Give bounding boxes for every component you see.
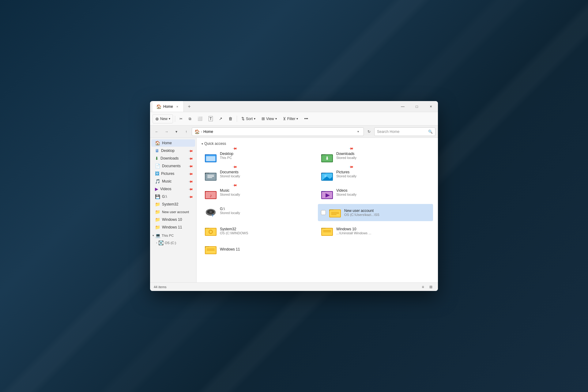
sidebar-os-c-section[interactable]: › 💽 OS (C:) (150, 239, 196, 246)
sidebar-item-downloads[interactable]: ⬇ Downloads 📌 (151, 155, 195, 162)
paste-button[interactable]: ⬜ (195, 114, 205, 123)
system32-folder-icon (205, 225, 217, 237)
sidebar-downloads-label: Downloads (160, 156, 179, 160)
new-icon: ⊕ (155, 116, 159, 121)
pictures-file-desc: Stored locally (336, 174, 430, 178)
desktop-icon: 🖥 (155, 148, 159, 153)
cut-button[interactable]: ✂ (177, 114, 185, 123)
maximize-button[interactable]: □ (410, 101, 424, 112)
sidebar-item-music[interactable]: 🎵 Music 📌 (151, 178, 195, 185)
svg-rect-52 (207, 250, 215, 251)
view-label: View (266, 117, 274, 121)
svg-text:♪: ♪ (209, 193, 212, 198)
grid-view-button[interactable]: ⊞ (428, 284, 434, 290)
videos-folder-icon (321, 188, 333, 200)
new-button[interactable]: ⊕ New ▾ (153, 114, 173, 123)
sidebar-videos-label: Videos (160, 187, 171, 191)
delete-button[interactable]: 🗑 (226, 114, 235, 123)
file-explorer-window: 🏠 Home × + — □ × ⊕ New ▾ ✂ ⧉ ⬜ T (150, 101, 438, 291)
home-tab[interactable]: 🏠 Home × (153, 101, 184, 112)
sort-button[interactable]: ⇅ Sort ▾ (239, 114, 258, 123)
file-item-documents[interactable]: Documents Stored locally 📌 (202, 167, 317, 184)
share-button[interactable]: ↗ (217, 114, 225, 123)
filter-chevron: ▾ (296, 117, 298, 120)
copy-icon: ⧉ (189, 117, 191, 121)
refresh-button[interactable]: ↻ (365, 128, 373, 136)
downloads-file-info: Downloads Stored locally 📌 (336, 152, 430, 164)
sidebar-item-system32[interactable]: 📁 System32 (151, 201, 195, 208)
copy-button[interactable]: ⧉ (186, 114, 194, 123)
recent-icon: ▾ (175, 130, 177, 134)
svg-rect-12 (207, 176, 214, 177)
downloads-icon: ⬇ (155, 156, 159, 161)
close-button[interactable]: × (424, 101, 438, 112)
path-home-icon: 🏠 (194, 129, 200, 134)
view-icon: ⊞ (262, 116, 265, 121)
newuser-file-info: New user account OS (C:\Users\kazi...\SS (344, 209, 430, 217)
back-button[interactable]: ← (153, 127, 161, 136)
sidebar-item-documents[interactable]: 📄 Documents 📌 (151, 162, 195, 170)
sidebar-item-desktop[interactable]: 🖥 Desktop 📌 (151, 147, 195, 154)
recent-button[interactable]: ▾ (172, 127, 181, 136)
documents-pin-icon: 📌 (188, 164, 193, 168)
sidebar-item-pictures[interactable]: 🖼 Pictures 📌 (151, 170, 195, 177)
file-item-downloads[interactable]: ⬇ Downloads Stored locally 📌 (318, 149, 433, 166)
sidebar-pictures-label: Pictures (161, 172, 174, 176)
system32-icon: 📁 (155, 202, 160, 207)
music-pin-icon: 📌 (188, 179, 193, 184)
new-tab-button[interactable]: + (185, 102, 194, 111)
minimize-button[interactable]: — (396, 101, 410, 112)
path-bar[interactable]: 🏠 › Home ▾ (192, 127, 364, 136)
pictures-icon: 🖼 (155, 171, 159, 176)
svg-rect-51 (207, 249, 215, 249)
sidebar-item-home[interactable]: 🏠 Home (151, 139, 195, 147)
videos-file-name: Videos (336, 188, 430, 193)
sidebar: 🏠 Home 🖥 Desktop 📌 ⬇ Downloads 📌 📄 Docum… (150, 138, 197, 282)
rename-button[interactable]: T (206, 114, 215, 123)
pictures-file-name: Pictures (336, 170, 430, 174)
view-button[interactable]: ⊞ View ▾ (259, 114, 279, 123)
title-bar: 🏠 Home × + — □ × (150, 101, 438, 112)
svg-point-42 (209, 231, 212, 233)
forward-button[interactable]: → (162, 127, 171, 136)
g-pin-icon: 📌 (188, 194, 193, 199)
sidebar-item-win10[interactable]: 📁 Windows 10 (151, 216, 195, 223)
toolbar-sep-2 (237, 116, 237, 122)
svg-rect-47 (323, 232, 331, 232)
music-icon: 🎵 (155, 179, 160, 184)
sidebar-music-label: Music (162, 179, 172, 183)
this-pc-icon: 💻 (155, 233, 160, 238)
file-item-newuser[interactable]: New user account OS (C:\Users\kazi...\SS (318, 204, 433, 221)
svg-rect-13 (207, 177, 212, 178)
sidebar-this-pc-section[interactable]: ▾ 💻 This PC (150, 231, 196, 239)
music-folder-icon: ♪ (205, 188, 217, 200)
search-box[interactable]: Search Home 🔍 (374, 127, 435, 136)
sidebar-item-videos[interactable]: ▶ Videos 📌 (151, 185, 195, 193)
file-item-desktop[interactable]: Desktop This PC 📌 (202, 149, 317, 166)
newuser-checkbox[interactable] (321, 210, 326, 215)
newuser-folder-icon (329, 206, 341, 219)
refresh-icon: ↻ (368, 130, 371, 134)
path-dropdown-button[interactable]: ▾ (355, 129, 361, 135)
documents-icon: 📄 (155, 164, 160, 168)
sort-label: Sort (246, 117, 253, 121)
list-view-button[interactable]: ≡ (420, 284, 426, 290)
sidebar-item-win11[interactable]: 📁 Windows 11 (151, 224, 195, 231)
filter-button[interactable]: ⊻ Filter ▾ (281, 114, 301, 123)
sidebar-item-g[interactable]: 💾 G:\ 📌 (151, 193, 195, 200)
this-pc-expand-icon: ▾ (153, 234, 154, 237)
pictures-folder-icon (321, 170, 333, 182)
sidebar-newuser-label: New user account (162, 210, 189, 214)
view-chevron: ▾ (275, 117, 277, 120)
pictures-file-info: Pictures Stored locally 📌 (336, 170, 430, 182)
sidebar-item-newuser[interactable]: 📁 New user account (151, 208, 195, 216)
home-tab-close[interactable]: × (175, 104, 180, 109)
file-item-pictures[interactable]: Pictures Stored locally 📌 (318, 167, 433, 184)
back-icon: ← (155, 130, 159, 134)
more-button[interactable]: ••• (302, 114, 311, 123)
desktop-file-name: Desktop (220, 152, 314, 156)
pictures-pin-icon: 📌 (188, 171, 193, 176)
up-button[interactable]: ↑ (182, 127, 190, 136)
svg-text:?: ? (212, 214, 214, 217)
quick-access-header[interactable]: ▾ Quick access (202, 141, 433, 146)
